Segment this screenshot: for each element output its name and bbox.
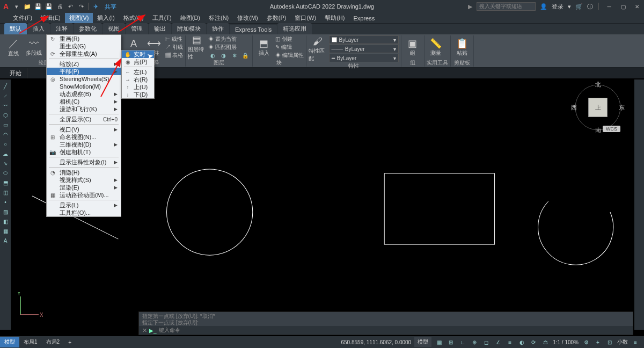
qat-save-icon[interactable]: 💾 xyxy=(33,2,43,11)
search-input[interactable]: 搜入关键字或短语 xyxy=(477,2,536,11)
menu-item[interactable]: 显示(L)▶ xyxy=(47,201,121,209)
share-label[interactable]: 共享 xyxy=(105,3,116,11)
tool-xline-icon[interactable]: ⟋ xyxy=(1,91,10,100)
viewcube-east[interactable]: 东 xyxy=(619,104,625,112)
snap-icon[interactable]: ⊞ xyxy=(447,338,455,346)
menu-modify[interactable]: 修改(M) xyxy=(233,13,262,23)
layerprop-button[interactable]: ▤图层特性 xyxy=(188,35,206,59)
filetab-start[interactable]: 开始 xyxy=(4,68,27,78)
menu-tools[interactable]: 工具(T) xyxy=(148,13,176,23)
maximize-button[interactable]: ▢ xyxy=(618,3,628,10)
viewcube-south[interactable]: 南 xyxy=(595,126,601,134)
customize-icon[interactable]: ≡ xyxy=(631,338,640,346)
layer-frz-icon[interactable]: ❄ xyxy=(230,52,239,59)
tool-ellipse-icon[interactable]: ⬭ xyxy=(1,169,10,177)
menu-item[interactable]: 📷创建相机(T) xyxy=(47,148,121,156)
qat-saveas-icon[interactable]: 💾 xyxy=(44,2,54,11)
menu-item[interactable]: 动态观察(B)▶ xyxy=(47,90,121,98)
tab-output[interactable]: 输出 xyxy=(149,23,171,34)
menu-item[interactable]: ◎SteeringWheels(S) xyxy=(47,75,121,83)
menu-item[interactable]: 视口(V)▶ xyxy=(47,126,121,133)
menu-item[interactable]: ↻重画(R) xyxy=(47,35,121,42)
ortho-icon[interactable]: ∟ xyxy=(458,338,467,346)
tool-point-icon[interactable]: • xyxy=(1,198,10,206)
units-icon[interactable]: ⊡ xyxy=(605,338,614,346)
menu-express[interactable]: Express xyxy=(349,14,379,23)
menu-param[interactable]: 参数(P) xyxy=(262,13,291,23)
login-label[interactable]: 登录 xyxy=(552,3,564,11)
tab-view[interactable]: 视图 xyxy=(103,23,125,34)
menu-item[interactable]: ShowMotion(M) xyxy=(47,83,121,90)
qat-redo-icon[interactable]: ↷ xyxy=(76,2,86,11)
menu-item[interactable]: 渲染(E)▶ xyxy=(47,184,121,191)
otrack-icon[interactable]: ∠ xyxy=(494,338,502,346)
polar-icon[interactable]: ⊕ xyxy=(470,338,479,346)
tool-insert-icon[interactable]: ⬒ xyxy=(1,178,10,187)
infocenter-icon[interactable]: ⓘ xyxy=(587,3,593,11)
tab-addins[interactable]: 附加模块 xyxy=(172,23,206,34)
lweight-combo[interactable]: ━ByLayer▾ xyxy=(329,54,399,62)
edit-attr-button[interactable]: ◈ 编辑属性 xyxy=(275,52,304,59)
cycle-icon[interactable]: ⟳ xyxy=(529,338,538,346)
menu-draw[interactable]: 绘图(D) xyxy=(176,13,204,23)
group-button[interactable]: ▣组 xyxy=(404,35,422,59)
paste-button[interactable]: 📋粘贴 xyxy=(453,35,471,59)
transparency-icon[interactable]: ◐ xyxy=(517,338,526,346)
leader-button[interactable]: ↗ 引线 xyxy=(165,44,183,51)
menu-item[interactable]: 缩放(Z)▶ xyxy=(47,60,121,68)
create-block-button[interactable]: ◫ 创建 xyxy=(275,35,304,43)
menu-item[interactable]: 工具栏(O)... xyxy=(47,209,121,216)
menu-item[interactable]: 视觉样式(S)▶ xyxy=(47,176,121,184)
menu-item[interactable]: 重生成(G) xyxy=(47,42,121,50)
insert-button[interactable]: ⬒插入 xyxy=(255,35,273,59)
add-layout-button[interactable]: + xyxy=(64,338,76,347)
menu-view[interactable]: 视图(V) xyxy=(65,13,93,23)
layout1-tab[interactable]: 布局1 xyxy=(19,337,42,347)
qat-share-icon[interactable]: ✈ xyxy=(91,2,100,11)
submenu-item[interactable]: ↑上(U) xyxy=(122,83,154,91)
curlayer-button[interactable]: ◈ 置为当前 xyxy=(208,35,250,43)
menu-item[interactable]: 相机(C)▶ xyxy=(47,98,121,105)
tool-block-icon[interactable]: ◫ xyxy=(1,188,10,197)
match-button[interactable]: 🖌特性匹配 xyxy=(309,37,327,61)
submenu-item[interactable]: ↓下(D) xyxy=(122,91,154,98)
scale-combo[interactable]: 1:1 / 100% xyxy=(553,339,579,345)
menu-item[interactable]: 平移(P)▶ xyxy=(47,68,121,75)
edit-block-button[interactable]: ✎ 编辑 xyxy=(275,44,304,51)
command-input[interactable]: ✕ ▶_ 键入命令 xyxy=(139,326,633,335)
tool-spline-icon[interactable]: ∿ xyxy=(1,159,10,168)
tool-rect-icon[interactable]: ▭ xyxy=(1,120,10,129)
menu-item[interactable]: ⟳全部重生成(A) xyxy=(47,50,121,57)
menu-file[interactable]: 文件(F) xyxy=(9,13,36,23)
menu-item[interactable]: 全屏显示(C)Ctrl+0 xyxy=(47,115,121,123)
tool-arc-icon[interactable]: ◠ xyxy=(1,130,10,139)
submenu-item[interactable]: ←左(L) xyxy=(122,68,154,76)
linear-button[interactable]: ⊢ 线性 xyxy=(165,35,183,43)
autodesk-app-icon[interactable]: ▾ xyxy=(568,3,571,10)
table-button[interactable]: ▦ 表格 xyxy=(165,52,183,59)
menu-item[interactable]: ◔消隐(H) xyxy=(47,169,121,176)
pline-button[interactable]: 〰多段线 xyxy=(25,35,43,59)
menu-item[interactable]: ▦运动路径动画(M)... xyxy=(47,191,121,199)
model-tab[interactable]: 模型 xyxy=(0,337,19,347)
menu-window[interactable]: 窗口(W) xyxy=(290,13,320,23)
menu-item[interactable]: 显示注释性对象(I)▶ xyxy=(47,158,121,166)
user-icon[interactable]: 👤 xyxy=(540,3,547,10)
tool-table-icon[interactable]: ▦ xyxy=(1,227,10,235)
annoscale-icon[interactable]: ⚖ xyxy=(541,338,550,346)
tab-manage[interactable]: 管理 xyxy=(126,23,148,34)
tool-region-icon[interactable]: ◧ xyxy=(1,217,10,226)
menu-item[interactable]: 三维视图(D)▶ xyxy=(47,141,121,148)
qat-open-icon[interactable]: 📁 xyxy=(23,2,32,11)
tab-default[interactable]: 默认 xyxy=(4,23,27,34)
wcs-badge[interactable]: WCS xyxy=(603,126,620,132)
tool-line-icon[interactable]: ╱ xyxy=(1,82,10,90)
tab-insert[interactable]: 插入 xyxy=(27,23,50,34)
qat-plot-icon[interactable]: 🖨 xyxy=(55,2,64,11)
annomonitor-icon[interactable]: + xyxy=(594,338,602,346)
tool-text-icon[interactable]: A xyxy=(1,236,10,245)
qat-new-icon[interactable]: ▾ xyxy=(12,2,21,11)
tab-parametric[interactable]: 参数化 xyxy=(74,23,102,34)
menu-item[interactable]: ⊞命名视图(N)... xyxy=(47,133,121,141)
cart-icon[interactable]: 🛒 xyxy=(575,3,583,10)
